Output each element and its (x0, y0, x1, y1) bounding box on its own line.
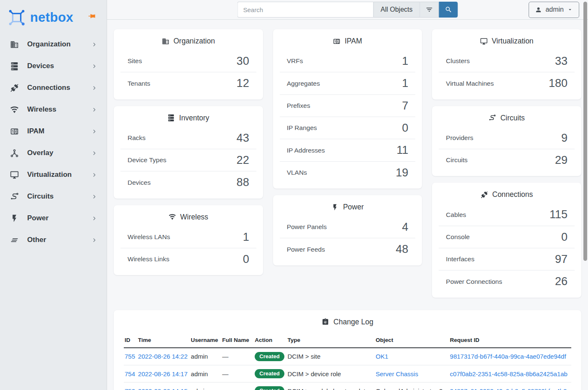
cell-username: admin (190, 365, 221, 382)
changelog-time-link[interactable]: 2022-08-26 14:15 (138, 387, 187, 390)
sidebar-item-wireless[interactable]: Wireless (0, 99, 107, 120)
stat-row-tenants[interactable]: Tenants12 (120, 72, 256, 94)
stat-row-aggregates[interactable]: Aggregates1 (280, 72, 416, 94)
stat-row-console[interactable]: Console0 (439, 226, 575, 248)
stat-label: Prefixes (287, 102, 310, 110)
changelog-request-id-link[interactable]: 24807c61-9952-49c6-b8a5-69760bfcc4b3 (450, 387, 567, 390)
stat-row-vlans[interactable]: VLANs19 (280, 161, 416, 184)
stat-row-power-connections[interactable]: Power Connections26 (439, 270, 575, 292)
sidebar-item-circuits[interactable]: Circuits (0, 186, 107, 207)
card-title-text: Inventory (179, 114, 209, 122)
stat-value: 43 (237, 132, 249, 144)
stat-label: Power Panels (287, 223, 327, 231)
stat-row-wireless-lans[interactable]: Wireless LANs1 (120, 226, 256, 248)
stat-value: 0 (243, 253, 249, 265)
chevron-right-icon (91, 41, 97, 48)
sidebar-item-label: Circuits (27, 192, 91, 201)
card-inventory: InventoryRacks43Device Types22Devices88 (114, 106, 263, 199)
sidebar-item-devices[interactable]: Devices (0, 55, 107, 77)
caret-down-icon (567, 7, 573, 13)
card-title: Circuits (432, 106, 581, 127)
stat-label: Cables (446, 211, 466, 219)
stat-row-circuits[interactable]: Circuits29 (439, 149, 575, 171)
stat-label: Wireless LANs (128, 233, 170, 241)
stat-label: Power Connections (446, 278, 502, 285)
stat-row-wireless-links[interactable]: Wireless Links0 (120, 248, 256, 270)
user-menu-button[interactable]: admin (529, 2, 579, 18)
stat-value: 26 (555, 275, 568, 287)
changelog-id-link[interactable]: 754 (125, 370, 135, 377)
sidebar-item-ipam[interactable]: IPAM (0, 120, 107, 142)
stat-row-ip-ranges[interactable]: IP Ranges0 (280, 117, 416, 139)
changelog-id-link[interactable]: 755 (125, 353, 135, 360)
card-title: Wireless (114, 205, 263, 226)
stat-row-device-types[interactable]: Device Types22 (120, 149, 256, 171)
netbox-logo[interactable] (7, 8, 26, 27)
stat-row-sites[interactable]: Sites30 (120, 50, 256, 72)
column-header-request-id: Request ID (449, 333, 571, 348)
changelog-username: admin (191, 353, 208, 360)
stat-row-racks[interactable]: Racks43 (120, 127, 256, 149)
changelog-id-link[interactable]: 753 (125, 387, 135, 390)
stat-label: Circuits (446, 156, 468, 164)
cell-full-name: — (221, 382, 254, 390)
sidebar-item-connections[interactable]: Connections (0, 77, 107, 99)
sidebar-item-power[interactable]: Power (0, 207, 107, 229)
stat-row-virtual-machines[interactable]: Virtual Machines180 (439, 72, 575, 94)
chevron-right-icon (91, 172, 97, 178)
chevron-right-icon (91, 63, 97, 69)
card-title: Organization (114, 29, 263, 50)
search-input[interactable] (238, 2, 373, 18)
stats-grid: OrganizationSites30Tenants12InventoryRac… (114, 29, 581, 298)
stat-row-prefixes[interactable]: Prefixes7 (280, 94, 416, 117)
changelog-time-link[interactable]: 2022-08-26 14:17 (138, 370, 187, 377)
stat-label: Console (446, 233, 470, 241)
stat-row-clusters[interactable]: Clusters33 (439, 50, 575, 72)
dashboard-column: OrganizationSites30Tenants12InventoryRac… (114, 29, 263, 298)
cell-full-name: — (221, 348, 254, 365)
stat-row-power-panels[interactable]: Power Panels4 (280, 216, 416, 238)
sidebar-item-overlay[interactable]: Overlay (0, 142, 107, 164)
search-button[interactable] (439, 2, 458, 18)
stat-value: 33 (555, 55, 568, 67)
route-icon (488, 114, 496, 122)
brand-wordmark: netbox (30, 10, 73, 25)
cell-action: Created (254, 365, 286, 382)
stat-row-interfaces[interactable]: Interfaces97 (439, 248, 575, 270)
sidebar-item-virtualization[interactable]: Virtualization (0, 164, 107, 186)
card-ipam: IPAMVRFs1Aggregates1Prefixes7IP Ranges0I… (273, 29, 422, 189)
changelog-username: admin (191, 370, 208, 377)
pin-icon[interactable] (88, 12, 96, 20)
graph-icon (10, 149, 19, 158)
building-icon (162, 38, 169, 45)
account-icon (535, 6, 542, 13)
stat-value: 0 (561, 231, 568, 243)
route-icon (10, 192, 19, 201)
changelog-request-id-link[interactable]: c07f0ab2-2351-4c58-825a-8b6a2425a1ab (450, 370, 568, 377)
stat-value: 115 (550, 209, 568, 220)
stat-row-cables[interactable]: Cables115 (439, 204, 575, 225)
changelog-object-link[interactable]: OK1 (376, 353, 388, 360)
card-title: Power (273, 195, 422, 216)
changelog-object-link[interactable]: Server Chassis (376, 370, 418, 377)
cell-username: admin (190, 348, 221, 365)
changelog-time-link[interactable]: 2022-08-26 14:22 (138, 353, 187, 360)
stat-value: 29 (555, 154, 568, 166)
bolt-icon (331, 204, 339, 211)
stat-row-ip-addresses[interactable]: IP Addresses11 (280, 139, 416, 161)
stat-row-power-feeds[interactable]: Power Feeds48 (280, 238, 416, 260)
sidebar-item-other[interactable]: Other (0, 229, 107, 251)
changelog-request-id-link[interactable]: 9817317d-b67f-440a-99ca-4ae07ede94df (450, 353, 566, 360)
filter-button[interactable] (420, 2, 439, 18)
stat-row-providers[interactable]: Providers9 (439, 127, 575, 149)
scrollbar-thumb[interactable] (583, 2, 587, 261)
changelog-table: IDTimeUsernameFull NameActionTypeObjectR… (124, 333, 571, 390)
stat-row-devices[interactable]: Devices88 (120, 171, 256, 193)
stat-row-vrfs[interactable]: VRFs1 (280, 50, 416, 72)
chevron-right-icon (91, 194, 97, 200)
changelog-full-name: — (222, 387, 228, 390)
search-scope-button[interactable]: All Objects (373, 2, 420, 18)
card-title: Virtualization (432, 29, 581, 50)
sidebar-item-organization[interactable]: Organization (0, 33, 107, 55)
stat-label: Sites (128, 57, 142, 65)
